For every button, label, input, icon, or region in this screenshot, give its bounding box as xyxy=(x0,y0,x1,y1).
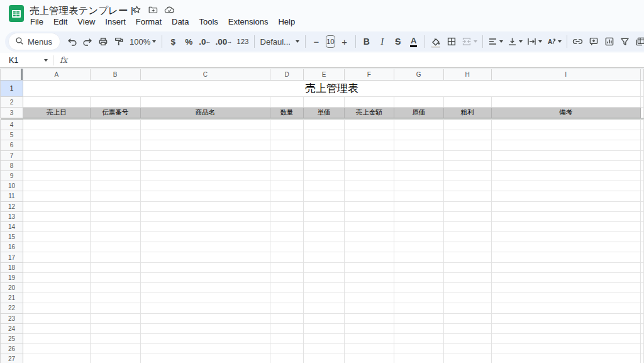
cell-F25[interactable] xyxy=(344,333,394,343)
cell-A13[interactable] xyxy=(23,211,90,221)
row-header-17[interactable]: 17 xyxy=(1,252,23,262)
cell-E15[interactable] xyxy=(304,232,345,242)
cell-E22[interactable] xyxy=(304,303,345,313)
cell-C23[interactable] xyxy=(140,313,270,323)
cell-E18[interactable] xyxy=(304,262,345,272)
cell-D14[interactable] xyxy=(270,221,304,232)
row-header-12[interactable]: 12 xyxy=(1,201,23,211)
cell[interactable] xyxy=(640,140,643,150)
menu-help[interactable]: Help xyxy=(273,16,300,28)
cell-H24[interactable] xyxy=(443,323,491,333)
row-header-11[interactable]: 11 xyxy=(1,191,23,201)
paint-format-button[interactable] xyxy=(111,33,126,50)
cell-G26[interactable] xyxy=(394,344,443,354)
cell-G2[interactable] xyxy=(394,97,443,108)
cell-C12[interactable] xyxy=(140,201,270,211)
cell-H6[interactable] xyxy=(443,140,491,150)
cell-C21[interactable] xyxy=(140,293,270,303)
table-header-cell-C3[interactable]: 商品名 xyxy=(140,108,270,118)
column-header-C[interactable]: C xyxy=(140,69,270,81)
cell-H18[interactable] xyxy=(443,262,491,272)
cell-A24[interactable] xyxy=(23,323,90,333)
cell-B14[interactable] xyxy=(90,221,140,232)
cell-H4[interactable] xyxy=(443,120,491,130)
menus-search-button[interactable]: Menus xyxy=(9,33,60,50)
row-header-21[interactable]: 21 xyxy=(1,293,23,303)
cell-I27[interactable] xyxy=(491,354,640,363)
table-header-cell-E3[interactable]: 単価 xyxy=(304,108,345,118)
cell-F26[interactable] xyxy=(344,344,394,354)
cell-G7[interactable] xyxy=(394,150,443,160)
cell-A2[interactable] xyxy=(23,97,90,108)
cell-C22[interactable] xyxy=(140,303,270,313)
cell-E6[interactable] xyxy=(304,140,345,150)
cell[interactable] xyxy=(640,211,643,221)
menu-data[interactable]: Data xyxy=(167,16,194,28)
cell-D4[interactable] xyxy=(270,120,304,130)
cell-D9[interactable] xyxy=(270,170,304,181)
cell-F18[interactable] xyxy=(344,262,394,272)
cell-D7[interactable] xyxy=(270,150,304,160)
cell-G20[interactable] xyxy=(394,283,443,293)
cell-A14[interactable] xyxy=(23,221,90,232)
cell-I7[interactable] xyxy=(491,150,640,160)
cell-C13[interactable] xyxy=(140,211,270,221)
cell-E25[interactable] xyxy=(304,333,345,343)
decrease-decimal-button[interactable]: .0← xyxy=(197,33,213,50)
cell-F6[interactable] xyxy=(344,140,394,150)
row-header-20[interactable]: 20 xyxy=(1,283,23,293)
star-icon[interactable] xyxy=(132,5,142,14)
cell-A18[interactable] xyxy=(23,262,90,272)
cell-E7[interactable] xyxy=(304,150,345,160)
column-header-F[interactable]: F xyxy=(344,69,394,81)
cell-H14[interactable] xyxy=(443,221,491,232)
more-formats-button[interactable]: 123 xyxy=(235,33,250,50)
cell-B2[interactable] xyxy=(90,97,140,108)
cell-H8[interactable] xyxy=(443,160,491,170)
create-filter-button[interactable] xyxy=(618,33,633,50)
row-header-23[interactable]: 23 xyxy=(1,313,23,323)
cell-H23[interactable] xyxy=(443,313,491,323)
cell-I5[interactable] xyxy=(491,130,640,140)
cell-B23[interactable] xyxy=(90,313,140,323)
menu-edit[interactable]: Edit xyxy=(48,16,72,28)
column-header-H[interactable]: H xyxy=(443,69,491,81)
cell-I19[interactable] xyxy=(491,272,640,282)
cell[interactable] xyxy=(640,160,643,170)
cell[interactable] xyxy=(640,221,643,232)
cell-D27[interactable] xyxy=(270,354,304,363)
cell-E26[interactable] xyxy=(304,344,345,354)
frozen-column-handle[interactable] xyxy=(21,69,23,80)
cell-G25[interactable] xyxy=(394,333,443,343)
cell-A8[interactable] xyxy=(23,160,90,170)
cell-B5[interactable] xyxy=(90,130,140,140)
cell-G16[interactable] xyxy=(394,242,443,252)
cell-D10[interactable] xyxy=(270,181,304,191)
cell-B15[interactable] xyxy=(90,232,140,242)
cell-A21[interactable] xyxy=(23,293,90,303)
cell-A19[interactable] xyxy=(23,272,90,282)
cell-B4[interactable] xyxy=(90,120,140,130)
cell-G27[interactable] xyxy=(394,354,443,363)
select-all-corner[interactable] xyxy=(1,69,23,81)
cell-B9[interactable] xyxy=(90,170,140,181)
cell-D19[interactable] xyxy=(270,272,304,282)
cell-E14[interactable] xyxy=(304,221,345,232)
cell-C20[interactable] xyxy=(140,283,270,293)
cell-F10[interactable] xyxy=(344,181,394,191)
cell-D26[interactable] xyxy=(270,344,304,354)
cell-I9[interactable] xyxy=(491,170,640,181)
cell-F27[interactable] xyxy=(344,354,394,363)
cell-E17[interactable] xyxy=(304,252,345,262)
increase-font-size-button[interactable]: + xyxy=(337,33,352,50)
borders-button[interactable] xyxy=(444,33,459,50)
cell[interactable] xyxy=(640,333,643,343)
cell-G5[interactable] xyxy=(394,130,443,140)
cell-D12[interactable] xyxy=(270,201,304,211)
row-header-3[interactable]: 3 xyxy=(1,108,23,118)
cell-D23[interactable] xyxy=(270,313,304,323)
cell-E8[interactable] xyxy=(304,160,345,170)
cell-D15[interactable] xyxy=(270,232,304,242)
cell-A11[interactable] xyxy=(23,191,90,201)
row-header-16[interactable]: 16 xyxy=(1,242,23,252)
